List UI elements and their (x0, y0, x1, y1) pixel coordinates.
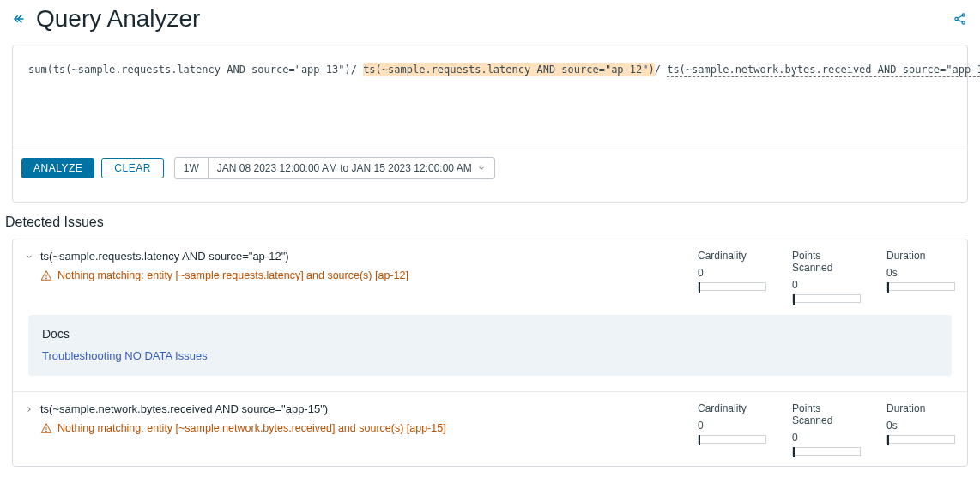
share-icon[interactable] (953, 11, 968, 27)
issue-title: ts(~sample.requests.latency AND source="… (40, 250, 289, 263)
metric-bar (792, 294, 861, 303)
caret-right-icon (25, 405, 35, 414)
chevron-down-icon (477, 164, 486, 172)
docs-link[interactable]: Troubleshooting NO DATA Issues (42, 349, 938, 362)
issues-card: ts(~sample.requests.latency AND source="… (12, 239, 968, 467)
query-card: sum(ts(~sample.requests.latency AND sour… (12, 45, 968, 203)
header-left: Query Analyzer (12, 5, 200, 33)
metric-value: 0 (698, 267, 766, 279)
query-highlight-1: ts(~sample.requests.latency AND source="… (363, 63, 655, 76)
metric-label: Cardinality (698, 250, 766, 262)
metric-bar (886, 435, 955, 444)
svg-point-4 (46, 431, 47, 432)
metric-bar (886, 282, 955, 291)
time-range-short[interactable]: 1W (175, 158, 208, 178)
metric-cardinality: Cardinality 0 (698, 250, 766, 303)
issue-metrics: Cardinality 0 Points Scanned 0 Duration … (698, 402, 955, 456)
metric-cardinality: Cardinality 0 (698, 402, 766, 456)
issue-warning: Nothing matching: entity [~sample.networ… (40, 422, 698, 434)
metric-bar (698, 435, 766, 444)
time-range-selector[interactable]: 1W JAN 08 2023 12:00:00 AM to JAN 15 202… (174, 157, 495, 179)
metric-label: Duration (886, 250, 955, 262)
back-arrow-icon[interactable] (12, 11, 27, 27)
query-text-mid: / (655, 64, 667, 76)
svg-point-3 (46, 278, 47, 279)
metric-bar (698, 282, 766, 291)
issue-warning: Nothing matching: entity [~sample.reques… (40, 269, 698, 281)
time-range-text: JAN 08 2023 12:00:00 AM to JAN 15 2023 1… (217, 162, 472, 174)
issue-metrics: Cardinality 0 Points Scanned 0 Duration … (698, 250, 955, 303)
issue-header[interactable]: ts(~sample.requests.latency AND source="… (25, 250, 698, 263)
metric-value: 0 (698, 420, 766, 432)
metric-points: Points Scanned 0 (792, 402, 861, 456)
metric-label: Cardinality (698, 402, 766, 414)
query-editor[interactable]: sum(ts(~sample.requests.latency AND sour… (13, 45, 967, 148)
query-text-prefix: sum(ts(~sample.requests.latency AND sour… (28, 64, 363, 76)
clear-button[interactable]: CLEAR (101, 158, 164, 178)
metric-duration: Duration 0s (886, 402, 955, 456)
page-title: Query Analyzer (36, 5, 200, 33)
metric-points: Points Scanned 0 (792, 250, 861, 303)
time-range-full[interactable]: JAN 08 2023 12:00:00 AM to JAN 15 2023 1… (208, 158, 494, 178)
detected-issues-heading: Detected Issues (5, 215, 968, 230)
issue-title: ts(~sample.network.bytes.received AND so… (40, 402, 328, 415)
metric-label: Points Scanned (792, 402, 861, 426)
warning-icon (40, 422, 52, 434)
metric-value: 0s (886, 420, 955, 432)
docs-title: Docs (42, 327, 938, 341)
metric-value: 0s (886, 267, 955, 279)
issue-warning-text: Nothing matching: entity [~sample.reques… (57, 269, 408, 281)
metric-label: Points Scanned (792, 250, 861, 274)
issue-warning-text: Nothing matching: entity [~sample.networ… (57, 422, 446, 434)
svg-point-2 (962, 21, 965, 24)
metric-label: Duration (886, 402, 955, 414)
svg-point-0 (955, 17, 958, 20)
caret-down-icon (25, 252, 35, 261)
analyze-button[interactable]: ANALYZE (21, 158, 94, 178)
action-bar: ANALYZE CLEAR 1W JAN 08 2023 12:00:00 AM… (13, 148, 967, 202)
metric-bar (792, 447, 861, 456)
issue-header[interactable]: ts(~sample.network.bytes.received AND so… (25, 402, 698, 415)
issue-item: ts(~sample.requests.latency AND source="… (13, 239, 967, 391)
warning-icon (40, 269, 52, 281)
metric-duration: Duration 0s (886, 250, 955, 303)
metric-value: 0 (792, 432, 861, 444)
docs-panel: Docs Troubleshooting NO DATA Issues (28, 315, 952, 376)
query-highlight-2: ts(~sample.network.bytes.received AND so… (667, 64, 980, 77)
svg-point-1 (962, 14, 965, 16)
page-header: Query Analyzer (0, 0, 980, 34)
metric-value: 0 (792, 279, 861, 291)
issue-item: ts(~sample.network.bytes.received AND so… (13, 391, 967, 466)
